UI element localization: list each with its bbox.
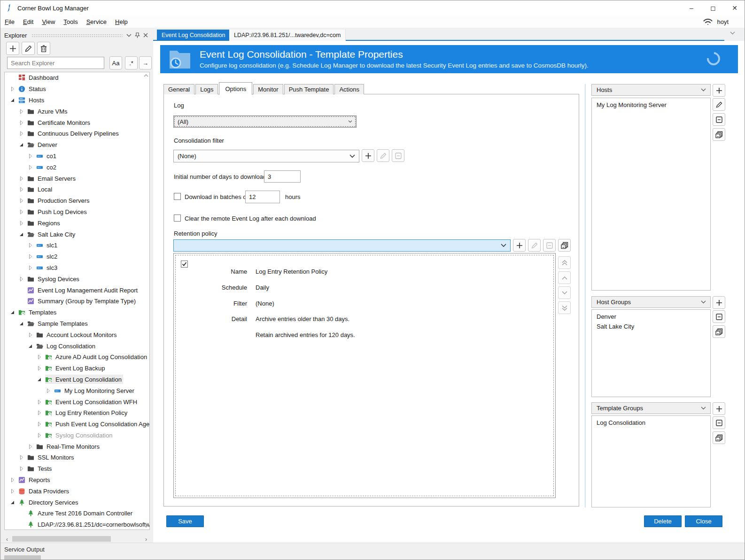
delete-button[interactable] (37, 42, 50, 55)
expand-arrow-icon[interactable] (9, 86, 16, 92)
tree-item[interactable]: Azure AD Audit Log Consolidation (5, 352, 149, 363)
menu-item-file[interactable]: File (0, 16, 19, 27)
template-groups-add-button[interactable] (713, 402, 725, 415)
collapse-arrow-icon[interactable] (36, 376, 42, 383)
tree-item[interactable]: co1 (5, 151, 149, 162)
tree-item[interactable]: slc2 (5, 251, 149, 262)
tree-item[interactable]: Log Consolidation (5, 340, 149, 352)
template-groups-copy-button[interactable] (713, 431, 725, 444)
tab-ldap[interactable]: LDAP://23.96.81.251/...twaredev,dc=com (229, 30, 346, 41)
tree-item[interactable]: SSL Monitors (5, 452, 149, 463)
expand-arrow-icon[interactable] (45, 388, 51, 394)
retention-copy-button[interactable] (558, 239, 571, 252)
save-button[interactable]: Save (166, 515, 204, 527)
retention-policy-combobox[interactable] (173, 239, 511, 252)
filter-remove-button[interactable] (392, 149, 404, 162)
host-groups-add-button[interactable] (713, 296, 725, 309)
host-groups-remove-button[interactable] (713, 310, 725, 323)
expand-arrow-icon[interactable] (18, 186, 24, 192)
expand-arrow-icon[interactable] (27, 253, 33, 260)
tab-logs[interactable]: Logs (195, 84, 218, 94)
menu-item-edit[interactable]: Edit (19, 16, 38, 27)
list-item[interactable]: Denver (592, 312, 710, 322)
tree-item[interactable]: Tests (5, 463, 149, 475)
scroll-up-icon[interactable] (144, 74, 148, 77)
tab-event-log-consolidation[interactable]: Event Log Consolidation✕ (157, 30, 240, 41)
expand-arrow-icon[interactable] (18, 120, 24, 126)
hosts-edit-button[interactable] (713, 98, 725, 111)
tree-item[interactable]: Sample Templates (5, 318, 149, 330)
scroll-right-icon[interactable]: › (145, 536, 147, 543)
list-item[interactable]: My Log Monitoring Server (592, 100, 710, 110)
expand-arrow-icon[interactable] (27, 332, 33, 338)
expand-arrow-icon[interactable] (9, 477, 16, 483)
tree-item[interactable]: Log Entry Retention Policy (5, 407, 149, 419)
panel-menu-chevron-icon[interactable] (124, 31, 133, 39)
expand-arrow-icon[interactable] (18, 209, 24, 215)
tree-item[interactable]: Event Log Backup (5, 363, 149, 374)
tree-item[interactable]: Syslog Devices (5, 273, 149, 284)
expand-arrow-icon[interactable] (18, 108, 24, 115)
hosts-remove-button[interactable] (713, 113, 725, 126)
tree-item[interactable]: Directory Services (5, 497, 149, 508)
regex-button[interactable]: .* (125, 56, 138, 69)
expand-arrow-icon[interactable] (27, 153, 33, 159)
expand-arrow-icon[interactable] (18, 220, 24, 226)
panel-grip[interactable] (31, 34, 123, 37)
expand-arrow-icon[interactable] (36, 354, 42, 360)
collapse-arrow-icon[interactable] (18, 142, 24, 148)
tree-item[interactable]: Azure Test 2016 Domain Controller (5, 508, 149, 519)
scrollbar-thumb[interactable] (12, 536, 111, 542)
expand-arrow-icon[interactable] (18, 198, 24, 204)
move-down-button[interactable] (558, 286, 571, 299)
tree-item[interactable]: Reports (5, 475, 149, 486)
consolidation-filter-combobox[interactable]: (None) (173, 150, 359, 162)
tree-item[interactable]: Status (5, 84, 149, 95)
menu-item-service[interactable]: Service (82, 16, 111, 27)
tab-options[interactable]: Options (219, 82, 252, 95)
search-go-button[interactable]: → (139, 56, 152, 69)
hosts-copy-button[interactable] (713, 128, 725, 141)
search-input[interactable] (7, 57, 104, 69)
pin-icon[interactable] (133, 31, 141, 39)
tree-item[interactable]: Local (5, 184, 149, 195)
tree-item[interactable]: Data Providers (5, 485, 149, 497)
template-groups-remove-button[interactable] (713, 416, 725, 429)
move-bottom-button[interactable] (558, 301, 571, 314)
expand-arrow-icon[interactable] (27, 164, 33, 170)
tree-item[interactable]: Account Lockout Monitors (5, 329, 149, 340)
collapse-arrow-icon[interactable] (9, 499, 16, 506)
vertical-splitter[interactable] (584, 84, 586, 507)
tree-item[interactable]: Production Servers (5, 195, 149, 207)
template-groups-panel-header[interactable]: Template Groups (591, 402, 711, 414)
batches-checkbox[interactable] (174, 193, 181, 200)
retention-remove-button[interactable] (543, 239, 556, 252)
menu-item-tools[interactable]: Tools (59, 16, 82, 27)
add-button[interactable] (6, 42, 19, 55)
tree-item[interactable]: Regions (5, 217, 149, 229)
retention-item-checkbox[interactable] (181, 261, 188, 268)
collapse-arrow-icon[interactable] (27, 343, 33, 349)
list-item[interactable]: Log Consolidation (592, 418, 710, 428)
expand-arrow-icon[interactable] (36, 432, 42, 438)
tree-item[interactable]: Hosts (5, 95, 149, 106)
horizontal-scrollbar[interactable]: ‹ › (4, 536, 150, 543)
tree-item[interactable]: Continuous Delivery Pipelines (5, 128, 149, 139)
retention-list-item[interactable]: NameLog Entry Retention Policy ScheduleD… (175, 255, 554, 496)
tab-overflow-chevron-icon[interactable] (730, 31, 735, 35)
expand-arrow-icon[interactable] (18, 466, 24, 472)
collapse-arrow-icon[interactable] (9, 309, 16, 315)
tree-item[interactable]: Real-Time Monitors (5, 441, 149, 452)
tree-item[interactable]: co2 (5, 161, 149, 173)
collapse-arrow-icon[interactable] (18, 321, 24, 327)
host-groups-copy-button[interactable] (713, 325, 725, 338)
expand-arrow-icon[interactable] (18, 130, 24, 137)
tree-item[interactable]: Push Event Log Consolidation Agen (5, 419, 149, 430)
close-template-button[interactable]: Close (685, 515, 722, 527)
tree-item[interactable]: Push Log Devices (5, 207, 149, 218)
tree-item[interactable]: LDAP://23.96.81.251/dc=cornerbowlsoftwa (5, 519, 149, 530)
scroll-left-icon[interactable]: ‹ (6, 536, 8, 543)
hosts-panel-header[interactable]: Hosts (591, 84, 711, 96)
expand-arrow-icon[interactable] (9, 488, 16, 494)
tree-item[interactable]: slc3 (5, 262, 149, 274)
